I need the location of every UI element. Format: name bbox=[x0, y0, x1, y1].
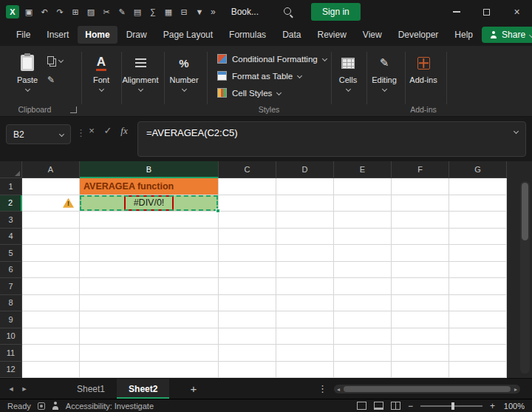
cell-D11[interactable] bbox=[276, 345, 334, 362]
tab-help[interactable]: Help bbox=[447, 26, 480, 44]
cell-G5[interactable] bbox=[449, 245, 507, 262]
maximize-button[interactable] bbox=[471, 0, 502, 24]
row-header-3[interactable]: 3 bbox=[0, 212, 22, 229]
page-layout-view-icon[interactable] bbox=[374, 402, 383, 410]
cell-E10[interactable] bbox=[334, 328, 392, 345]
vertical-scrollbar-thumb[interactable] bbox=[522, 183, 528, 240]
cell-A12[interactable] bbox=[22, 362, 80, 379]
cell-B9[interactable] bbox=[80, 311, 219, 328]
cell-C2[interactable] bbox=[219, 195, 276, 212]
tab-developer[interactable]: Developer bbox=[391, 26, 446, 44]
row-header-5[interactable]: 5 bbox=[0, 245, 22, 262]
sheet-tab-sheet1[interactable]: Sheet1 bbox=[65, 379, 117, 399]
zoom-level[interactable]: 100% bbox=[502, 402, 525, 411]
cell-B4[interactable] bbox=[80, 229, 219, 246]
cell-B7[interactable] bbox=[80, 278, 219, 295]
share-button[interactable]: Share bbox=[482, 27, 532, 43]
sheet-tab-sheet2[interactable]: Sheet2 bbox=[117, 379, 169, 399]
horizontal-scrollbar-thumb[interactable] bbox=[344, 386, 511, 392]
cell-D8[interactable] bbox=[276, 295, 334, 312]
search-icon[interactable] bbox=[283, 7, 294, 18]
row-header-9[interactable]: 9 bbox=[0, 311, 22, 328]
cell-C3[interactable] bbox=[219, 212, 276, 229]
cell-B2[interactable]: #DIV/0! bbox=[80, 195, 219, 212]
cell-A8[interactable] bbox=[22, 295, 80, 312]
cell-E4[interactable] bbox=[334, 229, 392, 246]
cell-E1[interactable] bbox=[334, 178, 392, 195]
toolbar-overflow-icon[interactable]: » bbox=[211, 7, 216, 17]
cell-E3[interactable] bbox=[334, 212, 392, 229]
cell-D4[interactable] bbox=[276, 229, 334, 246]
cell-G6[interactable] bbox=[449, 262, 507, 279]
row-header-7[interactable]: 7 bbox=[0, 278, 22, 295]
column-header-A[interactable]: A bbox=[22, 161, 80, 178]
column-header-G[interactable]: G bbox=[449, 161, 507, 178]
minimize-button[interactable] bbox=[441, 0, 471, 24]
filter-icon[interactable]: ▼ bbox=[195, 7, 204, 16]
cell-A5[interactable] bbox=[22, 245, 80, 262]
format-painter-button[interactable]: ✎ bbox=[47, 73, 63, 87]
sheet-nav-right-icon[interactable]: ▸ bbox=[18, 384, 31, 394]
cell-G8[interactable] bbox=[449, 295, 507, 312]
cell-D3[interactable] bbox=[276, 212, 334, 229]
cell-styles-button[interactable]: Cell Styles bbox=[214, 85, 330, 101]
cell-D6[interactable] bbox=[276, 262, 334, 279]
sheet-nav-left-icon[interactable]: ◂ bbox=[4, 384, 18, 394]
tab-file[interactable]: File bbox=[9, 26, 38, 44]
select-all-button[interactable] bbox=[0, 161, 22, 178]
column-header-E[interactable]: E bbox=[334, 161, 392, 178]
vertical-scrollbar[interactable] bbox=[520, 181, 530, 374]
tab-review[interactable]: Review bbox=[310, 26, 353, 44]
cell-F10[interactable] bbox=[392, 328, 449, 345]
page-break-view-icon[interactable] bbox=[391, 402, 400, 410]
cell-D5[interactable] bbox=[276, 245, 334, 262]
cell-B8[interactable] bbox=[80, 295, 219, 312]
cell-D9[interactable] bbox=[276, 311, 334, 328]
tab-draw[interactable]: Draw bbox=[119, 26, 154, 44]
cell-B10[interactable] bbox=[80, 328, 219, 345]
excel-logo-icon[interactable]: X bbox=[6, 5, 19, 18]
cell-B5[interactable] bbox=[80, 245, 219, 262]
cut-icon[interactable]: ✂ bbox=[102, 7, 111, 17]
zoom-slider[interactable] bbox=[420, 405, 482, 407]
cell-C8[interactable] bbox=[219, 295, 276, 312]
cell-E5[interactable] bbox=[334, 245, 392, 262]
cell-F1[interactable] bbox=[392, 178, 449, 195]
cell-C7[interactable] bbox=[219, 278, 276, 295]
scroll-right-icon[interactable]: ▸ bbox=[511, 386, 520, 393]
cell-F6[interactable] bbox=[392, 262, 449, 279]
cancel-icon[interactable]: × bbox=[84, 125, 99, 136]
cell-F2[interactable] bbox=[392, 195, 449, 212]
cell-G1[interactable] bbox=[449, 178, 507, 195]
clipboard-dialog-launcher-icon[interactable] bbox=[70, 107, 77, 113]
cell-E9[interactable] bbox=[334, 311, 392, 328]
cell-B1[interactable]: AVERAGEA function bbox=[80, 178, 219, 195]
row-header-10[interactable]: 10 bbox=[0, 328, 22, 345]
cell-E11[interactable] bbox=[334, 345, 392, 362]
undo-icon[interactable]: ↶ bbox=[40, 7, 49, 17]
insert-function-icon[interactable]: fx bbox=[117, 125, 132, 137]
cell-E7[interactable] bbox=[334, 278, 392, 295]
cell-C4[interactable] bbox=[219, 229, 276, 246]
cell-B6[interactable] bbox=[80, 262, 219, 279]
row-header-1[interactable]: 1 bbox=[0, 178, 22, 195]
cell-F5[interactable] bbox=[392, 245, 449, 262]
normal-view-icon[interactable] bbox=[357, 402, 366, 410]
column-header-C[interactable]: C bbox=[219, 161, 276, 178]
cell-F8[interactable] bbox=[392, 295, 449, 312]
cell-A1[interactable] bbox=[22, 178, 80, 195]
copy-icon[interactable]: ⊞ bbox=[71, 7, 80, 17]
table-icon[interactable]: ▦ bbox=[164, 7, 173, 17]
accessibility-status[interactable]: Accessibility: Investigate bbox=[66, 402, 154, 411]
zoom-out-button[interactable]: − bbox=[408, 401, 413, 411]
cell-C12[interactable] bbox=[219, 362, 276, 379]
column-header-B[interactable]: B bbox=[80, 161, 219, 178]
fill-handle[interactable] bbox=[216, 209, 220, 213]
cells-group-button[interactable]: Cells bbox=[332, 49, 364, 107]
font-group-button[interactable]: A Font bbox=[84, 49, 118, 107]
column-header-F[interactable]: F bbox=[392, 161, 449, 178]
row-header-11[interactable]: 11 bbox=[0, 345, 22, 362]
cell-G10[interactable] bbox=[449, 328, 507, 345]
sheet-menu-icon[interactable]: ⋮ bbox=[318, 383, 327, 394]
cell-G4[interactable] bbox=[449, 229, 507, 246]
